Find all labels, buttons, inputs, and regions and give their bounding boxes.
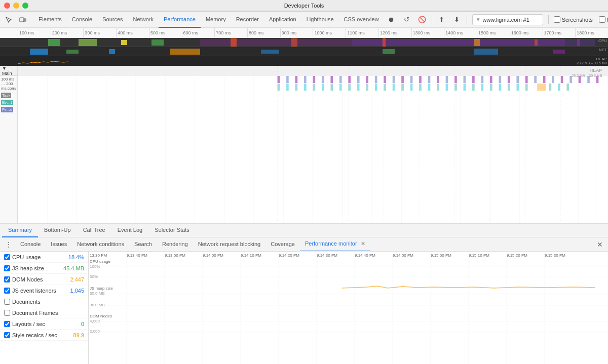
svg-rect-79 [278, 84, 280, 91]
svg-rect-96 [428, 84, 431, 91]
tick-400: 400 ms [116, 28, 149, 38]
console-content: CPU usage 18.4% JS heap size 45.4 MB DOM… [0, 252, 608, 364]
clear-button[interactable]: 🚫 [415, 13, 429, 26]
bottom-tabs: Summary Bottom-Up Call Tree Event Log Se… [0, 223, 608, 237]
svg-rect-89 [366, 84, 368, 91]
console-tab-performance-monitor[interactable]: Performance monitor ✕ [300, 237, 370, 252]
task-label: Task [0, 92, 17, 99]
svg-rect-71 [534, 76, 537, 83]
metric-document-frames: Document Frames [0, 307, 88, 318]
svg-rect-86 [339, 84, 342, 91]
tab-lighthouse[interactable]: Lighthouse [301, 12, 339, 28]
documents-name: Documents [12, 299, 84, 305]
memory-checkbox-label[interactable]: Memory [599, 16, 608, 23]
tab-console[interactable]: Console [67, 12, 97, 28]
svg-rect-57 [410, 76, 413, 83]
svg-rect-48 [330, 76, 333, 83]
flame-chart-svg: HEAP 23.2 MB – 30.5 MB [18, 66, 608, 223]
console-tab-issues[interactable]: Issues [46, 237, 72, 252]
svg-rect-15 [66, 50, 79, 54]
tab-performance[interactable]: Performance [159, 12, 201, 28]
tick-900: 900 ms [280, 28, 313, 38]
traffic-lights [4, 3, 28, 9]
tick-1400: 1400 ms [444, 28, 477, 38]
console-tab-coverage[interactable]: Coverage [265, 237, 300, 252]
url-bar[interactable]: ▼ www.figma.com #1 [472, 14, 543, 25]
svg-rect-0 [20, 18, 24, 22]
tab-selector-stats[interactable]: Selector Stats [148, 223, 195, 237]
panel-close-button[interactable]: ✕ [594, 240, 606, 249]
close-button[interactable] [4, 3, 10, 9]
doc-frames-checkbox[interactable] [4, 310, 10, 316]
reload-record-button[interactable]: ↺ [400, 13, 413, 26]
cpu-mini-track: CPU [0, 38, 608, 47]
dom-nodes-checkbox[interactable] [4, 276, 10, 282]
process-label: Pr…d [0, 106, 17, 113]
maximize-button[interactable] [22, 3, 28, 9]
js-listeners-checkbox[interactable] [4, 288, 10, 294]
dom-nodes-value: 2,447 [70, 276, 84, 282]
tab-network[interactable]: Network [128, 12, 159, 28]
tab-recorder[interactable]: Recorder [231, 12, 264, 28]
tab-elements[interactable]: Elements [33, 12, 67, 28]
svg-text:100%: 100% [90, 264, 100, 269]
metric-style-recalcs: Style recalcs / sec 89.9 [0, 330, 88, 341]
svg-text:9:13:40 PM: 9:13:40 PM [127, 253, 147, 258]
svg-rect-85 [330, 84, 333, 91]
doc-frames-name: Document Frames [12, 310, 84, 316]
tab-memory[interactable]: Memory [201, 12, 231, 28]
flame-chart-area: ▼ Main 100 ms … 200 ms.com/ Task Ev…t Pr… [0, 66, 608, 223]
tab-event-log[interactable]: Event Log [111, 223, 149, 237]
performance-area: 100 ms 200 ms 300 ms 400 ms 500 ms 600 m… [0, 28, 608, 364]
svg-rect-51 [357, 76, 360, 83]
console-tab-network-conditions[interactable]: Network conditions [72, 237, 129, 252]
url-text: www.figma.com #1 [483, 17, 529, 23]
svg-rect-62 [454, 76, 457, 83]
event-badge: Ev…t [1, 100, 13, 105]
svg-rect-94 [410, 84, 413, 91]
svg-text:30.0 MB: 30.0 MB [90, 303, 105, 307]
tab-summary[interactable]: Summary [2, 223, 38, 237]
perf-monitor-close[interactable]: ✕ [361, 240, 365, 247]
tab-call-tree[interactable]: Call Tree [77, 223, 111, 237]
console-tab-rendering[interactable]: Rendering [157, 237, 193, 252]
cpu-usage-checkbox[interactable] [4, 254, 10, 260]
metric-layouts: Layouts / sec 0 [0, 318, 88, 330]
js-heap-checkbox[interactable] [4, 265, 10, 271]
inspect-button[interactable] [2, 13, 15, 26]
layouts-checkbox[interactable] [4, 321, 10, 327]
metric-documents: Documents [0, 296, 88, 307]
console-tab-network-request-blocking[interactable]: Network request blocking [193, 237, 266, 252]
screenshots-checkbox[interactable] [554, 16, 560, 23]
svg-text:9:15:20 PM: 9:15:20 PM [507, 253, 527, 258]
svg-text:9:14:30 PM: 9:14:30 PM [317, 253, 337, 258]
record-button[interactable]: ⏺ [385, 13, 398, 26]
console-tab-console[interactable]: Console [15, 237, 46, 252]
svg-text:CPU usage: CPU usage [90, 259, 110, 264]
minimize-button[interactable] [13, 3, 19, 9]
console-menu-icon[interactable]: ⋮ [2, 238, 15, 251]
svg-text:2,000: 2,000 [90, 329, 100, 334]
console-tab-search[interactable]: Search [129, 237, 157, 252]
upload-button[interactable]: ⬆ [435, 13, 448, 26]
device-toggle-button[interactable] [16, 13, 29, 26]
main-thread-header: ▼ Main [0, 66, 17, 76]
separator4 [548, 15, 549, 24]
title-bar: Developer Tools [0, 0, 608, 11]
tick-1500: 1500 ms [477, 28, 510, 38]
tab-bottom-up[interactable]: Bottom-Up [38, 223, 77, 237]
tab-sources[interactable]: Sources [97, 12, 128, 28]
screenshots-checkbox-label[interactable]: Screenshots [554, 16, 593, 23]
style-recalcs-checkbox[interactable] [4, 332, 10, 338]
documents-checkbox[interactable] [4, 299, 10, 305]
svg-text:9:14:20 PM: 9:14:20 PM [279, 253, 299, 258]
download-button[interactable]: ⬇ [450, 13, 464, 26]
flame-chart-right[interactable]: HEAP 23.2 MB – 30.5 MB [18, 66, 608, 223]
tab-application[interactable]: Application [264, 12, 301, 28]
svg-rect-64 [472, 76, 475, 83]
tab-css-overview[interactable]: CSS overview [339, 12, 384, 28]
svg-rect-103 [490, 84, 492, 91]
memory-checkbox[interactable] [599, 16, 605, 23]
frame-mini-track: HEAP 23.2 MB – 30.5 MB [0, 56, 608, 65]
svg-rect-104 [499, 84, 501, 91]
